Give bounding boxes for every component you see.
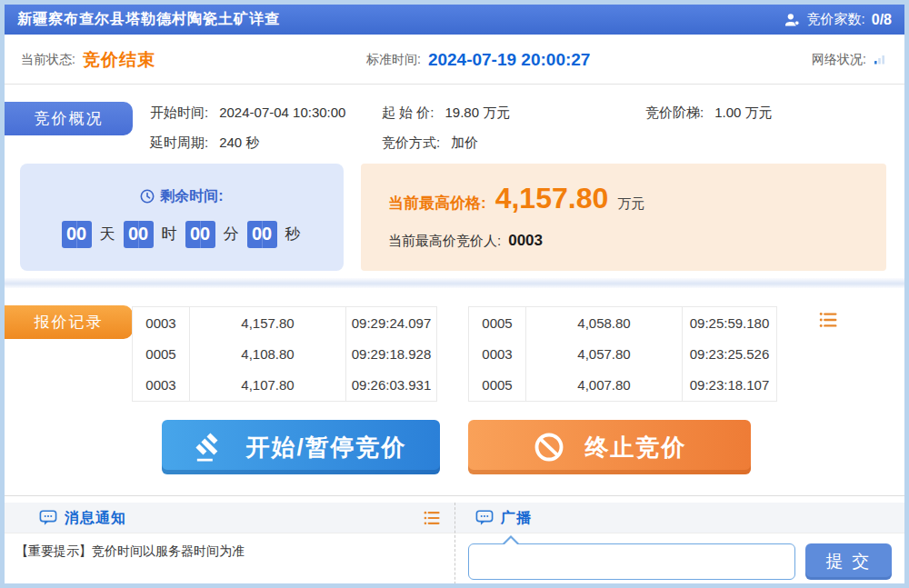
highest-bidder-row: 当前最高价竞价人: 0003 [388, 232, 886, 250]
cell-time: 09:23:18.107 [683, 370, 776, 401]
broadcast-input-wrap [468, 543, 795, 580]
chat-bubble-icon [39, 510, 57, 526]
countdown-label: 剩余时间: [160, 187, 223, 206]
broadcast-input[interactable] [468, 543, 795, 580]
highest-bidder-value: 0003 [508, 232, 543, 250]
field-value: 2024-07-04 10:30:00 [219, 105, 345, 120]
cell-bidder: 0003 [133, 307, 190, 338]
auction-page: 新疆察布查尔县塔勒德村陶瓷土矿详查 竞价家数: 0/8 当前状态: 竞价结束 标… [0, 0, 909, 588]
unit-minute: 分 [224, 224, 239, 244]
no-entry-icon [533, 431, 565, 463]
notice-message: 【重要提示】竞价时间以服务器时间为准 [15, 543, 245, 560]
countdown-minutes: 00 [185, 221, 215, 248]
cell-bidder: 0005 [469, 307, 526, 338]
state-label: 当前状态: [21, 52, 75, 68]
start-pause-label: 开始/暂停竞价 [245, 432, 406, 463]
bottom-area: 消息通知 广播 【重要提示】竞价时间以服务器时间为准 [5, 495, 904, 583]
cell-price: 4,107.80 [190, 370, 346, 401]
bottom-vertical-divider [454, 503, 455, 588]
field-label: 延时周期: [150, 135, 208, 150]
cell-price: 4,058.80 [526, 307, 683, 338]
table-row: 0003 4,107.80 09:26:03.931 [133, 370, 436, 401]
field-label: 竞价阶梯: [645, 105, 704, 120]
unit-second: 秒 [285, 224, 301, 244]
highest-bidder-label: 当前最高价竞价人: [388, 233, 501, 250]
field-value: 19.80 万元 [445, 105, 511, 120]
network-status: 网络状况: [812, 35, 884, 85]
users-icon [784, 13, 801, 27]
countdown-seconds: 00 [247, 221, 277, 248]
clock-icon [140, 189, 155, 204]
unit-day: 天 [100, 224, 115, 244]
network-label: 网络状况: [812, 52, 866, 68]
submit-button[interactable]: 提 交 [805, 543, 892, 580]
bid-table-right: 0005 4,058.80 09:25:59.180 0003 4,057.80… [468, 306, 777, 402]
state-value: 竞价结束 [83, 48, 155, 72]
broadcast-title: 广播 [501, 509, 532, 528]
countdown-digits: 00 天 00 时 00 分 00 秒 [62, 221, 303, 248]
field-start-price: 起 始 价:19.80 万元 [382, 105, 510, 122]
signal-icon [874, 55, 884, 65]
chat-bubble-icon [475, 510, 494, 526]
bid-table-left: 0003 4,157.80 09:29:24.097 0005 4,108.80… [132, 306, 437, 402]
cell-time: 09:26:03.931 [346, 370, 436, 401]
field-delay-period: 延时周期:240 秒 [150, 135, 259, 152]
notice-header: 消息通知 [39, 503, 126, 533]
input-notch [503, 535, 519, 543]
highest-price-label: 当前最高价格: [388, 193, 486, 214]
notice-list-icon[interactable] [423, 509, 441, 527]
bidders-label: 竞价家数: [807, 11, 865, 28]
field-label: 起 始 价: [382, 105, 435, 120]
cell-time: 09:23:25.526 [683, 338, 776, 369]
current-state: 当前状态: 竞价结束 [21, 35, 155, 85]
table-row: 0005 4,058.80 09:25:59.180 [469, 307, 776, 338]
field-value: 1.00 万元 [714, 105, 772, 120]
bidders-value: 0/8 [872, 12, 892, 28]
table-row: 0005 4,007.80 09:23:18.107 [469, 370, 776, 401]
standard-time: 标准时间: 2024-07-19 20:00:27 [366, 35, 590, 85]
time-label: 标准时间: [366, 52, 421, 68]
section-label-bid-records: 报价记录 [5, 305, 133, 339]
field-bid-step: 竞价阶梯:1.00 万元 [645, 105, 773, 122]
cell-time: 09:25:59.180 [683, 307, 776, 338]
field-label: 开始时间: [150, 105, 208, 120]
cell-bidder: 0003 [133, 370, 190, 401]
cell-price: 4,157.80 [190, 307, 346, 338]
table-row: 0005 4,108.80 09:29:18.928 [133, 338, 436, 369]
section-divider [5, 278, 904, 288]
cell-time: 09:29:24.097 [346, 307, 436, 338]
gavel-icon [195, 432, 225, 463]
terminate-button[interactable]: 终止竞价 [468, 420, 751, 474]
page-title: 新疆察布查尔县塔勒德村陶瓷土矿详查 [17, 10, 280, 29]
notice-title: 消息通知 [65, 509, 126, 528]
countdown-days: 00 [62, 221, 92, 248]
highest-price-value: 4,157.80 [495, 182, 609, 215]
field-value: 240 秒 [219, 135, 259, 150]
highest-price-box: 当前最高价格: 4,157.80 万元 当前最高价竞价人: 0003 [361, 164, 886, 271]
cell-price: 4,057.80 [526, 338, 683, 369]
cell-bidder: 0005 [469, 370, 526, 401]
bid-records-list-icon[interactable] [818, 310, 838, 330]
countdown-title: 剩余时间: [140, 187, 223, 206]
start-pause-button[interactable]: 开始/暂停竞价 [162, 420, 440, 474]
cell-price: 4,108.80 [190, 338, 346, 369]
cell-time: 09:29:18.928 [346, 338, 436, 369]
broadcast-header: 广播 [475, 503, 532, 533]
countdown-box: 剩余时间: 00 天 00 时 00 分 00 秒 [20, 164, 344, 271]
field-bid-mode: 竞价方式:加价 [382, 135, 478, 152]
table-row: 0003 4,057.80 09:23:25.526 [469, 338, 776, 369]
time-value: 2024-07-19 20:00:27 [428, 50, 591, 70]
table-row: 0003 4,157.80 09:29:24.097 [133, 307, 436, 338]
highest-price-unit: 万元 [617, 195, 644, 213]
terminate-label: 终止竞价 [585, 432, 687, 463]
field-value: 加价 [451, 135, 478, 150]
cell-price: 4,007.80 [526, 370, 683, 401]
cell-bidder: 0005 [133, 338, 190, 369]
field-start-time: 开始时间:2024-07-04 10:30:00 [150, 105, 345, 122]
bidders-count: 竞价家数: 0/8 [784, 11, 892, 28]
unit-hour: 时 [162, 224, 177, 244]
field-label: 竞价方式: [382, 135, 440, 150]
status-row: 当前状态: 竞价结束 标准时间: 2024-07-19 20:00:27 网络状… [5, 35, 904, 85]
countdown-hours: 00 [124, 221, 154, 248]
section-label-overview: 竞价概况 [5, 102, 133, 135]
